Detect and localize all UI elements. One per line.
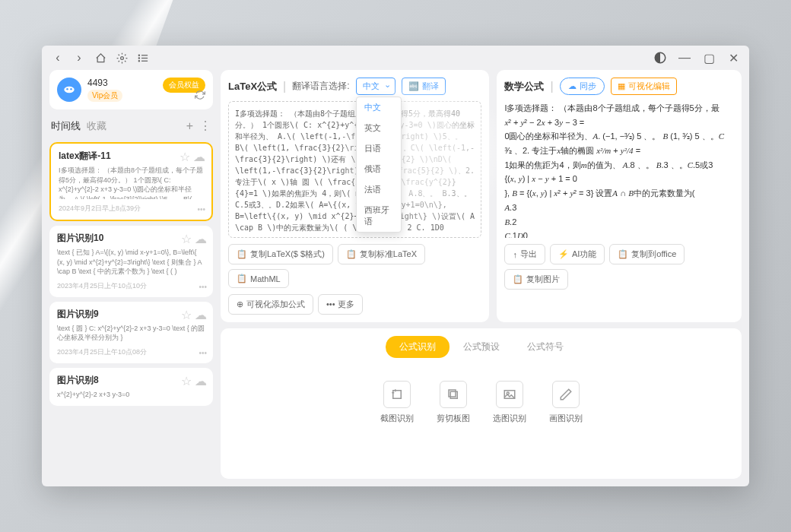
clipboard-action[interactable]: 剪切板图 [437, 381, 470, 424]
latex-panel: LaTeX公式 | 翻译语言选择: 中文 中文 英文 日语 俄语 法语 西班 [221, 70, 489, 322]
list-button[interactable] [136, 51, 150, 65]
cloud-icon[interactable]: ☁ [193, 150, 205, 164]
user-card: 4493 Vip会员 会员权益 [49, 70, 213, 109]
language-dropdown: 中文 英文 日语 俄语 法语 西班牙语 [356, 97, 402, 233]
mathml-button[interactable]: 📋MathML [228, 269, 289, 288]
star-icon[interactable]: ☆ [181, 374, 192, 388]
export-button[interactable]: ↑导出 [504, 244, 545, 264]
tab-symbols[interactable]: 公式符号 [513, 336, 577, 358]
svg-point-4 [138, 55, 139, 55]
sidebar: 4493 Vip会员 会员权益 时间线 收藏 + ⋮ ☆☁ latex翻译-11… [49, 70, 213, 479]
clipboard-icon [440, 381, 467, 408]
maximize-button[interactable]: ▢ [702, 51, 716, 65]
settings-button[interactable] [115, 51, 129, 65]
svg-point-0 [120, 56, 123, 59]
latex-title: LaTeX公式 [228, 80, 277, 93]
edit-icon: ▦ [618, 81, 625, 91]
svg-point-7 [64, 87, 74, 93]
theme-toggle[interactable] [653, 51, 667, 65]
forward-button[interactable]: › [72, 51, 86, 65]
copy-latex-button[interactable]: 📋复制LaTeX($ $格式) [228, 244, 333, 264]
svg-point-5 [138, 57, 139, 58]
titlebar: ‹ › — ▢ ✕ [42, 46, 749, 70]
svg-rect-10 [392, 391, 401, 399]
math-title: 数学公式 [504, 80, 544, 93]
more-button[interactable]: ••• 更多 [318, 294, 363, 315]
latex-content[interactable]: I多项选择题： （本题由8个子题组成，每个子题得5分，最高得40分。） 1个圆形… [228, 101, 481, 238]
screenshot-icon [383, 381, 411, 408]
card-menu[interactable]: ••• [197, 205, 205, 214]
home-button[interactable] [94, 51, 107, 65]
back-button[interactable]: ‹ [51, 51, 65, 65]
copy-std-latex-button[interactable]: 📋复制标准LaTeX [338, 244, 425, 264]
window-controls: — ▢ ✕ [653, 51, 740, 65]
cloud-icon[interactable]: ☁ [195, 374, 207, 388]
svg-point-6 [138, 60, 139, 61]
translate-button[interactable]: 🔤翻译 [402, 78, 446, 95]
language-select[interactable]: 中文 中文 英文 日语 俄语 法语 西班牙语 [356, 78, 396, 95]
refresh-button[interactable] [195, 90, 205, 103]
tab-favorites[interactable]: 收藏 [87, 119, 106, 133]
copy-image-button[interactable]: 📋复制图片 [504, 269, 568, 290]
visual-add-button[interactable]: ⊕可视化添加公式 [228, 294, 313, 315]
ai-button[interactable]: ⚡AI功能 [550, 244, 605, 264]
main-area: LaTeX公式 | 翻译语言选择: 中文 中文 英文 日语 俄语 法语 西班 [221, 70, 742, 479]
user-id: 4493 [87, 78, 122, 88]
lang-option[interactable]: 西班牙语 [357, 200, 401, 232]
timeline-card[interactable]: ☆☁ 图片识别8 x^{2}+y^{2}-2 x+3 y-3=0 [49, 368, 213, 406]
screenshot-action[interactable]: 截图识别 [380, 381, 414, 424]
timeline-card[interactable]: ☆☁ 图片识别9 \text { 圆 } C: x^{2}+y^{2}-2 x+… [49, 302, 213, 363]
close-button[interactable]: ✕ [726, 51, 740, 65]
app-window: ‹ › — ▢ ✕ 4493 Vip会员 会员权益 时间线 [42, 46, 749, 486]
timeline-card[interactable]: ☆☁ latex翻译-11 I多项选择题： （本题由8个子题组成，每个子题得5分… [49, 142, 213, 221]
svg-rect-11 [450, 391, 457, 398]
cloud-icon: ☁ [568, 81, 577, 91]
svg-point-9 [70, 88, 72, 90]
avatar [57, 78, 81, 102]
draw-action[interactable]: 画图识别 [549, 381, 583, 424]
star-icon[interactable]: ☆ [181, 308, 192, 322]
visual-edit-button[interactable]: ▦可视化编辑 [611, 78, 677, 95]
sync-button[interactable]: ☁同步 [560, 78, 605, 95]
svg-point-8 [66, 88, 68, 90]
math-content: I多项选择题： （本题由8个子题组成，每个子题得5分，最 x² + y² − 2… [504, 101, 734, 238]
more-button[interactable]: ⋮ [199, 119, 211, 133]
timeline-card[interactable]: ☆☁ 图片识别10 \text { 已知 } A=\{(x, y) \mid x… [49, 226, 213, 297]
lang-option[interactable]: 英文 [357, 118, 401, 138]
timeline-list: ☆☁ latex翻译-11 I多项选择题： （本题由8个子题组成，每个子题得5分… [49, 142, 213, 479]
math-panel: 数学公式 | ☁同步 ▦可视化编辑 I多项选择题： （本题由8个子题组成，每个子… [497, 70, 742, 322]
tab-preset[interactable]: 公式预设 [450, 336, 513, 358]
image-icon [496, 381, 523, 408]
translate-icon: 🔤 [408, 81, 419, 91]
lang-option[interactable]: 法语 [357, 179, 401, 200]
mode-tabs: 公式识别 公式预设 公式符号 [386, 336, 577, 358]
add-button[interactable]: + [186, 119, 193, 133]
timeline-header: 时间线 收藏 + ⋮ [49, 116, 213, 136]
bottom-panel: 公式识别 公式预设 公式符号 截图识别 剪切板图 选图识别 [221, 328, 742, 479]
pencil-icon [552, 381, 580, 408]
cloud-icon[interactable]: ☁ [195, 308, 207, 322]
lang-label: 翻译语言选择: [292, 80, 349, 93]
select-image-action[interactable]: 选图识别 [493, 381, 526, 424]
card-menu[interactable]: ••• [199, 283, 207, 291]
vip-badge: Vip会员 [87, 90, 122, 102]
star-icon[interactable]: ☆ [181, 232, 192, 246]
minimize-button[interactable]: — [678, 51, 691, 65]
tab-timeline[interactable]: 时间线 [51, 119, 81, 133]
lang-option[interactable]: 中文 [357, 97, 401, 118]
tab-recognize[interactable]: 公式识别 [386, 336, 450, 358]
copy-office-button[interactable]: 📋复制到office [609, 244, 685, 264]
star-icon[interactable]: ☆ [179, 150, 190, 164]
content-area: 4493 Vip会员 会员权益 时间线 收藏 + ⋮ ☆☁ latex翻译-11… [42, 70, 749, 486]
cloud-icon[interactable]: ☁ [195, 232, 207, 246]
svg-rect-12 [449, 390, 456, 397]
lang-option[interactable]: 俄语 [357, 159, 401, 179]
lang-option[interactable]: 日语 [357, 138, 401, 159]
card-menu[interactable]: ••• [199, 349, 207, 357]
